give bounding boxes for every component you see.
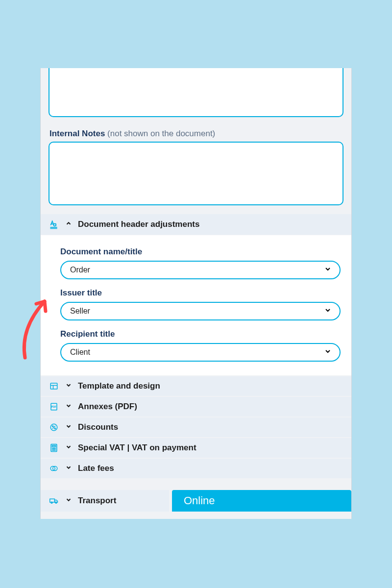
- svg-point-15: [55, 448, 55, 448]
- template-icon: [49, 381, 59, 391]
- svg-point-9: [54, 428, 55, 429]
- document-title-label: Document name/title: [60, 247, 341, 257]
- section-label: Discounts: [78, 422, 118, 432]
- section-vat[interactable]: Special VAT | VAT on payment: [41, 437, 351, 458]
- chevron-down-icon: [65, 422, 72, 432]
- label-text: Internal Notes: [49, 129, 105, 138]
- select-value: Order: [70, 266, 90, 274]
- svg-point-16: [52, 450, 53, 450]
- svg-text:PDF: PDF: [51, 405, 57, 408]
- pdf-icon: PDF: [49, 402, 59, 412]
- chevron-down-icon: [65, 443, 72, 453]
- section-label: Late fees: [78, 464, 114, 473]
- select-value: Seller: [70, 307, 90, 316]
- recipient-title-select[interactable]: Client: [60, 343, 341, 362]
- svg-rect-12: [52, 445, 56, 447]
- discount-icon: [49, 422, 59, 432]
- section-label: Template and design: [78, 381, 160, 391]
- svg-point-14: [53, 448, 54, 448]
- recipient-title-label: Recipient title: [60, 329, 341, 339]
- svg-point-13: [52, 448, 53, 448]
- bottom-row: Transport Online: [41, 490, 351, 512]
- section-late-fees[interactable]: Late fees: [41, 458, 351, 478]
- chevron-down-icon: [324, 265, 332, 275]
- section-transport[interactable]: Transport: [41, 490, 169, 512]
- notes-textarea-upper[interactable]: [49, 68, 343, 117]
- svg-point-8: [52, 426, 53, 427]
- svg-line-10: [52, 426, 55, 429]
- calculator-icon: [49, 443, 59, 453]
- section-header-adjustments[interactable]: Document header adjustments: [41, 214, 351, 235]
- issuer-title-select[interactable]: Seller: [60, 302, 341, 320]
- money-icon: [49, 464, 59, 473]
- settings-panel: Internal Notes (not shown on the documen…: [40, 68, 352, 519]
- section-title: Document header adjustments: [78, 220, 199, 229]
- internal-notes-textarea[interactable]: [49, 142, 343, 205]
- label-hint: (not shown on the document): [107, 129, 215, 138]
- chevron-down-icon: [65, 496, 72, 506]
- section-template[interactable]: Template and design: [41, 375, 351, 396]
- chevron-up-icon: [65, 220, 72, 229]
- section-label: Special VAT | VAT on payment: [78, 443, 196, 453]
- svg-rect-2: [50, 383, 57, 389]
- chevron-down-icon: [65, 402, 72, 412]
- svg-point-18: [55, 450, 55, 450]
- chevron-down-icon: [324, 347, 332, 357]
- chevron-down-icon: [65, 381, 72, 391]
- chevron-down-icon: [65, 464, 72, 473]
- section-discounts[interactable]: Discounts: [41, 416, 351, 437]
- issuer-title-label: Issuer title: [60, 288, 341, 298]
- chevron-down-icon: [324, 306, 332, 316]
- document-title-select[interactable]: Order: [60, 261, 341, 279]
- select-value: Client: [70, 348, 90, 357]
- tab-label: Online: [184, 494, 215, 507]
- svg-point-17: [53, 450, 54, 450]
- section-label: Transport: [78, 496, 116, 506]
- online-tab[interactable]: Online: [172, 490, 351, 512]
- internal-notes-label: Internal Notes (not shown on the documen…: [41, 117, 351, 142]
- truck-icon: [49, 496, 59, 506]
- section-annexes[interactable]: PDF Annexes (PDF): [41, 396, 351, 416]
- section-label: Annexes (PDF): [78, 402, 137, 412]
- section-body-adjustments: Document name/title Order Issuer title S…: [41, 235, 351, 375]
- font-format-icon: [49, 219, 59, 230]
